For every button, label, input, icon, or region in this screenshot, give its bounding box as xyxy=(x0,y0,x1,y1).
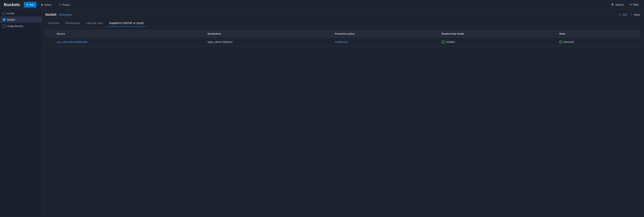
content-area: bucket All Buckets Edit More Overview Pe… xyxy=(42,10,644,216)
search-button[interactable]: Search xyxy=(610,2,625,7)
health-label: Healthy xyxy=(446,40,455,43)
table-header-expand xyxy=(46,30,54,38)
tab-permissions[interactable]: Permissions xyxy=(62,20,83,27)
delete-label: Delete xyxy=(44,3,52,6)
trash-icon xyxy=(41,3,43,6)
page-title: Buckets xyxy=(4,2,20,7)
tab-lifecycle[interactable]: Lifecycle rules xyxy=(83,20,106,27)
protect-button[interactable]: Protect xyxy=(56,2,73,7)
more-label: More xyxy=(634,13,640,16)
row-relationship-health-cell: Healthy xyxy=(438,38,556,46)
top-bar: Buckets Add Delete Protect Search Filter xyxy=(0,0,644,10)
search-label: Search xyxy=(616,3,624,6)
health-check-icon xyxy=(442,40,445,44)
more-button[interactable]: More xyxy=(630,13,640,16)
top-bar-left: Buckets Add Delete Protect xyxy=(4,2,73,7)
sidebar-item-ontap-dummy[interactable]: ontap-dummy xyxy=(0,23,42,29)
name-column-header: Name xyxy=(7,12,14,15)
row-source-cell: svm_demo:/bucket/bucket xyxy=(54,38,204,46)
bucket-checkbox[interactable] xyxy=(3,18,6,21)
content-header-right: Edit More xyxy=(619,13,640,16)
filter-icon xyxy=(630,3,632,6)
content-header-left: bucket All Buckets xyxy=(46,13,72,17)
snapmirror-table: Source Destination Protection policy Rel… xyxy=(46,30,640,46)
header-checkbox[interactable] xyxy=(2,12,5,15)
content-header: bucket All Buckets Edit More xyxy=(46,13,640,17)
snapmirror-table-container: Source Destination Protection policy Rel… xyxy=(46,30,640,47)
table-header-row: Source Destination Protection policy Rel… xyxy=(46,30,640,38)
table-header-state: State xyxy=(556,30,640,38)
sidebar-item-ontap-dummy-label: ontap-dummy xyxy=(7,24,24,28)
table-header-destination: Destination xyxy=(204,30,332,38)
source-link[interactable]: svm_demo:/bucket/bucket xyxy=(56,40,88,43)
content-title: bucket xyxy=(46,13,56,17)
top-bar-right: Search Filter xyxy=(610,2,640,7)
tabs: Overview Permissions Lifecycle rules Sna… xyxy=(46,20,640,27)
state-check-icon xyxy=(559,40,562,44)
chevron-down-icon[interactable]: ⌄ xyxy=(49,41,50,43)
tab-overview[interactable]: Overview xyxy=(46,20,62,27)
edit-label: Edit xyxy=(622,13,627,16)
dots-icon xyxy=(630,13,633,16)
table-header-relationship-health: Relationship health xyxy=(438,30,556,38)
row-destination-cell: sgws_demo:/objstore xyxy=(204,38,332,46)
table-row: ⌄ svm_demo:/bucket/bucket sgws_demo:/obj… xyxy=(46,38,640,46)
tab-snapmirror[interactable]: SnapMirror (ONTAP or cloud) xyxy=(106,20,146,27)
state-badge: Mirrored xyxy=(559,40,574,44)
add-button[interactable]: Add xyxy=(24,2,36,7)
protect-label: Protect xyxy=(62,3,70,6)
sidebar-item-bucket-label: bucket xyxy=(7,18,15,21)
ontap-dummy-checkbox[interactable] xyxy=(3,24,6,28)
table-header-protection-policy: Protection policy xyxy=(332,30,438,38)
edit-icon xyxy=(619,13,621,16)
search-icon xyxy=(611,3,614,6)
breadcrumb-link[interactable]: All Buckets xyxy=(59,13,72,16)
health-badge: Healthy xyxy=(442,40,455,44)
row-protection-policy-cell: Continuous xyxy=(332,38,438,46)
row-state-cell: Mirrored xyxy=(556,38,640,46)
protection-policy-link[interactable]: Continuous xyxy=(335,40,348,43)
add-label: Add xyxy=(29,3,34,6)
row-expand-cell[interactable]: ⌄ xyxy=(46,38,54,46)
edit-button[interactable]: Edit xyxy=(619,13,627,16)
shield-icon xyxy=(59,3,61,6)
delete-button[interactable]: Delete xyxy=(38,2,54,7)
filter-button[interactable]: Filter xyxy=(628,2,640,7)
main-layout: Name bucket ontap-dummy bucket All Bucke… xyxy=(0,10,644,216)
filter-label: Filter xyxy=(633,3,639,6)
sidebar-header: Name xyxy=(0,10,42,16)
sidebar-item-bucket[interactable]: bucket xyxy=(0,16,42,23)
state-label: Mirrored xyxy=(564,40,574,43)
table-header-source: Source xyxy=(54,30,204,38)
add-icon xyxy=(26,3,28,6)
sidebar: Name bucket ontap-dummy xyxy=(0,10,42,216)
